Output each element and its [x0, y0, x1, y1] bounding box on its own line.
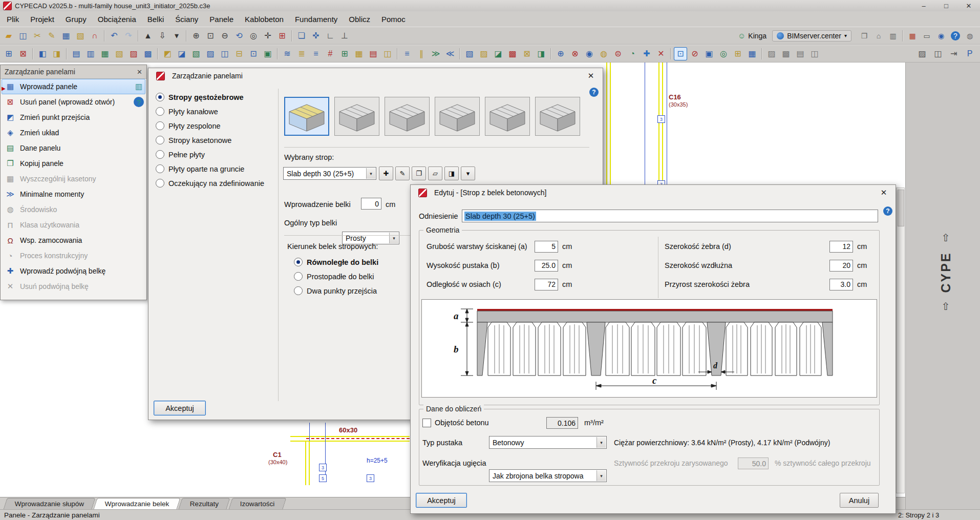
menu-item[interactable]: Projekt [25, 13, 60, 26]
panel-tool-icon[interactable]: ▨ [204, 47, 217, 60]
move-view-icon[interactable]: ✜ [309, 29, 323, 43]
layout-icon[interactable]: ◫ [931, 47, 945, 60]
menu-item[interactable]: Obciążenia [92, 13, 142, 26]
sidebar-item[interactable]: Ω Wsp. zamocowania [2, 233, 145, 248]
scrollbar-thumb[interactable] [898, 190, 904, 226]
sidebar-item[interactable]: ❐ Kopiuj panele [2, 156, 145, 171]
panel-tool-icon[interactable]: ▨ [127, 47, 140, 60]
help-icon[interactable]: ? [589, 88, 599, 97]
sidebar-item[interactable]: ≫ Minimalne momenty [2, 186, 145, 202]
slab-type-radio[interactable]: Stropy kasetonowe [156, 135, 264, 145]
menu-item[interactable]: Fundamenty [289, 13, 343, 26]
sidebar-item[interactable]: ▤ Dane panelu [2, 140, 145, 156]
panel-tool-icon[interactable]: ≡ [309, 47, 323, 60]
menu-item[interactable]: Panele [204, 13, 239, 26]
panel-tool-icon[interactable]: ▧ [113, 47, 126, 60]
accept-button[interactable]: Akceptuj [416, 493, 467, 508]
slab-type-radio[interactable]: Płyty kanałowe [156, 106, 264, 117]
panel-tool-icon[interactable]: ⊡ [247, 47, 260, 60]
beam-direction-radio[interactable]: Prostopadłe do belki [294, 271, 378, 282]
reference-input[interactable]: Slab depth 30 (25+5) [462, 210, 878, 222]
panel-tool-icon[interactable]: ∥ [415, 47, 428, 60]
panel-tool-icon[interactable]: ▦ [352, 47, 366, 60]
dropdown-arrow-icon[interactable] [596, 437, 606, 448]
panel-tool-icon[interactable]: ▨ [765, 47, 778, 60]
slab-type-thumbnail[interactable] [485, 97, 530, 136]
dropdown-arrow-icon[interactable] [596, 470, 606, 481]
panel-tool-icon[interactable]: ▤ [367, 47, 380, 60]
hatch-icon[interactable]: ▨ [915, 47, 929, 60]
sidebar-item[interactable]: ◍ Środowisko [2, 202, 145, 217]
menu-item[interactable]: Kablobeton [239, 13, 289, 26]
panel-tool-icon[interactable]: ≣ [295, 47, 308, 60]
geometry-field-input[interactable]: 3.0 [829, 279, 853, 290]
panel-tool-icon[interactable]: ▧ [463, 47, 476, 60]
undo-icon[interactable]: ↶ [108, 29, 121, 43]
save-icon[interactable]: ◫ [16, 29, 30, 43]
panel-tool-icon[interactable]: ▥ [84, 47, 97, 60]
slab-copy-button[interactable]: ❐ [412, 167, 426, 180]
cut-icon[interactable]: ✂ [31, 29, 44, 43]
block-type-select[interactable]: Betonowy [489, 436, 607, 449]
menu-item[interactable]: Oblicz [343, 13, 376, 26]
sidebar-item[interactable]: ▦ Wprowadź panele [2, 79, 145, 94]
redo-icon[interactable]: ↷ [122, 29, 135, 43]
panel-tool-icon[interactable]: ▩ [141, 47, 155, 60]
new-window-icon[interactable]: ❏ [295, 29, 308, 43]
table-icon[interactable]: ▦ [59, 29, 73, 43]
panel-tool-icon[interactable]: ◫ [381, 47, 394, 60]
sidebar-item[interactable]: ▦ Wyszczególnij kasetony [2, 171, 145, 186]
panel-tool-icon[interactable]: ◎ [717, 47, 730, 60]
sidebar-item[interactable]: ◩ Zmień punkt przejścia [2, 110, 145, 125]
panel-tool-icon[interactable]: ⊗ [568, 47, 582, 60]
panel-tool-icon[interactable]: ⊞ [338, 47, 351, 60]
panel-tool-icon[interactable]: ▦ [745, 47, 759, 60]
close-button[interactable]: ✕ [957, 0, 980, 11]
group-list-icon[interactable]: ▾ [170, 29, 183, 43]
export-icon[interactable]: ❐ [858, 29, 871, 43]
group-up-icon[interactable]: ▲ [141, 29, 155, 43]
bottom-tab[interactable]: Wprowadzanie słupów [3, 498, 95, 509]
menu-item[interactable]: Plik [1, 13, 25, 26]
delete-panel-icon[interactable]: ⊠ [16, 47, 30, 60]
insert-panel-icon[interactable]: ⊞ [2, 47, 15, 60]
dialog-titlebar[interactable]: Zarządzanie panelami ✕ [148, 68, 603, 84]
slab-type-radio[interactable]: Płyty oparte na gruncie [156, 163, 264, 174]
panel-tool-icon[interactable]: ▣ [702, 47, 716, 60]
cancel-icon[interactable]: ∩ [88, 29, 101, 43]
panel-tool-icon[interactable]: ◔ [626, 47, 639, 60]
goto-icon[interactable]: ⇥ [947, 47, 961, 60]
zoom-previous-icon[interactable]: ⟲ [232, 29, 246, 43]
zoom-out-icon[interactable]: ⊖ [218, 29, 231, 43]
sidebar-close-icon[interactable]: ✕ [137, 68, 142, 76]
minimize-button[interactable]: – [912, 0, 935, 11]
help-icon[interactable]: ? [134, 97, 144, 107]
slab-type-thumbnail[interactable] [334, 97, 379, 136]
panel-tool-icon[interactable]: ⊜ [611, 47, 625, 60]
panel-tool-icon[interactable]: ▧ [189, 47, 203, 60]
slab-add-button[interactable]: ✚ [379, 167, 393, 180]
legend-book-icon[interactable]: ▥ [134, 81, 144, 92]
panel-tool-icon[interactable]: ≡ [400, 47, 414, 60]
ortho-icon[interactable]: ∟ [324, 29, 337, 43]
slab-type-thumbnail[interactable] [535, 97, 580, 136]
panel-tool-icon[interactable]: ◍ [597, 47, 610, 60]
cancel-button[interactable]: Anuluj [840, 493, 879, 508]
panel-tool-icon[interactable]: ▩ [506, 47, 519, 60]
panel-tool-icon[interactable]: ▩ [779, 47, 793, 60]
help-icon[interactable]: ? [883, 206, 892, 216]
dialog-titlebar[interactable]: Edytuj - [Strop z belek betonowych] ✕ [411, 185, 896, 200]
sidebar-item[interactable]: ◔ Proces konstrukcyjny [2, 248, 145, 263]
table-edit-icon[interactable]: ▧ [74, 29, 87, 43]
accept-button[interactable]: Akceptuj [154, 401, 206, 415]
menu-item[interactable]: Grupy [60, 13, 92, 26]
structure-icon[interactable]: ▦ [906, 29, 919, 43]
panel-tool-icon[interactable]: ▨ [477, 47, 491, 60]
sidebar-item[interactable]: ⊠ Usuń panel (wprowadź otwór) [2, 94, 145, 110]
slab-import-button[interactable]: ▱ [428, 167, 442, 180]
panel-tool-icon[interactable]: # [324, 47, 337, 60]
bottom-tab[interactable]: Wprowadzanie belek [94, 498, 181, 509]
zoom-extents-icon[interactable]: ◎ [247, 29, 260, 43]
sync-icon[interactable]: ◉ [934, 29, 948, 43]
panel-tool-icon[interactable]: ⊠ [520, 47, 534, 60]
